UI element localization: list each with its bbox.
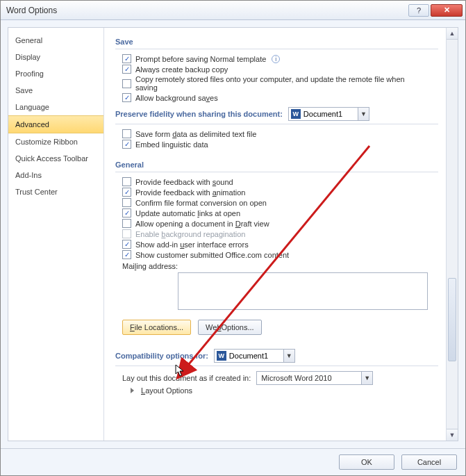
label-backup-copy: Always create backup copy [135,65,228,74]
category-sidebar: General Display Proofing Save Language A… [8,28,104,441]
sidebar-item-proofing[interactable]: Proofing [8,65,103,82]
titlebar: Word Options ? ✕ [1,1,465,20]
label-mailing-address: Mailing address: [122,261,178,270]
mailing-address-field[interactable] [178,272,428,310]
label-bg-save: Allow background saves [135,94,218,102]
options-content: Save Prompt before saving Normal templat… [104,28,458,441]
checkbox-bg-repagination [122,229,131,238]
checkbox-feedback-sound[interactable] [122,177,131,186]
window-title: Word Options [6,6,57,15]
label-prompt-normal: Prompt before saving Normal template [135,55,266,63]
label-save-form-data: Save form data as delimited text file [135,130,256,138]
checkbox-confirm-convert[interactable] [122,198,131,207]
checkbox-save-form-data[interactable] [122,129,131,138]
expand-icon[interactable] [131,388,134,393]
sidebar-item-display[interactable]: Display [8,49,103,65]
sidebar-item-customize-ribbon[interactable]: Customize Ribbon [8,133,103,150]
ok-button[interactable]: OK [339,454,394,470]
label-feedback-animation: Provide feedback with animation [135,188,245,197]
word-options-dialog: Word Options ? ✕ General Display Proofin… [0,0,466,476]
checkbox-backup-copy[interactable] [122,65,131,74]
general-section-heading: General [115,156,438,172]
word-icon: W [291,109,301,119]
chevron-down-icon: ▼ [358,108,369,120]
word-icon: W [217,351,226,361]
layout-version-combo[interactable]: Microsoft Word 2010 ▼ [256,371,373,385]
label-layout-as-created: Lay out this document as if created in: [122,374,251,382]
help-button[interactable]: ? [408,4,429,17]
label-embed-linguistic: Embed linguistic data [135,140,208,149]
scroll-thumb[interactable] [448,278,456,361]
checkbox-addin-errors[interactable] [122,240,131,249]
checkbox-embed-linguistic[interactable] [122,140,131,149]
layout-options-tree[interactable]: Layout Options [141,386,192,395]
cancel-button[interactable]: Cancel [401,454,457,470]
compat-heading: Compatibility options for: [115,352,208,360]
scroll-up-icon[interactable]: ▲ [447,28,458,40]
label-feedback-sound: Provide feedback with sound [135,178,233,186]
sidebar-item-save[interactable]: Save [8,82,103,99]
sidebar-item-advanced[interactable]: Advanced [8,115,103,133]
scroll-down-icon[interactable]: ▼ [447,429,458,441]
sidebar-item-quick-access-toolbar[interactable]: Quick Access Toolbar [8,150,103,167]
dialog-buttons: OK Cancel [1,448,465,475]
checkbox-copy-remote[interactable] [122,79,131,88]
sidebar-item-language[interactable]: Language [8,99,103,115]
checkbox-prompt-normal[interactable] [122,54,131,63]
label-open-draft: Allow opening a document in Draft view [135,220,269,228]
info-icon[interactable]: i [272,55,280,63]
compat-document-combo[interactable]: W Document1 ▼ [214,349,295,363]
chevron-down-icon: ▼ [283,350,294,362]
label-update-links: Update automatic links at open [135,209,240,218]
save-section-heading: Save [115,33,438,49]
web-options-button[interactable]: Web Options... [198,320,262,335]
sidebar-item-add-ins[interactable]: Add-Ins [8,167,103,183]
vertical-scrollbar[interactable]: ▲ ▼ [446,28,458,441]
chevron-down-icon: ▼ [361,372,372,384]
label-bg-repagination: Enable background repagination [135,230,245,238]
checkbox-customer-content[interactable] [122,250,131,259]
label-confirm-convert: Confirm file format conversion on open [135,199,267,207]
sidebar-item-general[interactable]: General [8,32,103,49]
label-customer-content: Show customer submitted Office.com conte… [135,251,289,259]
checkbox-feedback-animation[interactable] [122,188,131,197]
preserve-document-combo[interactable]: W Document1 ▼ [288,107,369,121]
checkbox-bg-save[interactable] [122,93,131,102]
preserve-heading: Preserve fidelity when sharing this docu… [115,110,283,118]
checkbox-open-draft[interactable] [122,219,131,228]
close-button[interactable]: ✕ [431,4,463,17]
sidebar-item-trust-center[interactable]: Trust Center [8,183,103,200]
file-locations-button[interactable]: File Locations... [122,320,191,335]
label-copy-remote: Copy remotely stored files onto your com… [135,75,413,92]
checkbox-update-links[interactable] [122,208,131,218]
label-addin-errors: Show add-in user interface errors [135,240,249,249]
